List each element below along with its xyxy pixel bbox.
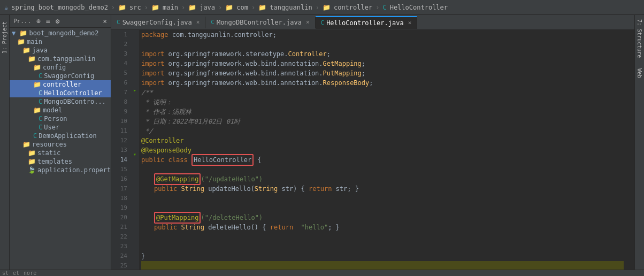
tab-label-hello: HelloController.java [326,19,404,27]
tree-label-model: model [43,106,62,114]
code-line-20: @PutMapping("/deleteHello") [141,213,624,223]
code-line-10: * 日期：2022年01月02日 01时 [141,117,624,126]
panel-icon-pr: Pr... [12,17,33,25]
title-ctrl-label: controller [334,4,372,11]
bottom-label-et: et [13,270,19,276]
tree-item-resources[interactable]: 📁 resources [10,140,111,149]
tab-icon-swagger: C [117,19,120,26]
title-tang-icon: 📁 [258,4,266,11]
code-line-23 [141,242,624,251]
code-line-11: */ [141,126,624,136]
code-line-22 [141,232,624,242]
folder-icon: ▼ 📁 [12,29,27,37]
title-main-label: main [163,4,178,11]
title-tang-label: tangguanlin [270,4,312,11]
tree-item-config[interactable]: 📁 config [10,63,111,72]
title-bar: ☕ spring_boot_mongodb_demo2 › 📁 src › 📁 … [0,0,644,15]
code-line-15 [141,165,624,174]
tree-item-demo[interactable]: C DemoApplication [10,132,111,140]
tree-label-swagger: SwaggerConfig [44,72,94,80]
tree-label-root: boot_mongodb_demo2 [29,29,98,37]
code-body[interactable]: package com.tangguanlin.controller; impo… [139,30,634,270]
code-line-4: import org.springframework.web.bind.anno… [141,59,624,68]
tree-item-com[interactable]: 📁 com.tangguanlin [10,55,111,63]
folder-icon-resources: 📁 [22,141,30,148]
tree-item-user[interactable]: C User [10,123,111,132]
title-java-icon: 📁 [188,4,196,11]
tree-label-demo: DemoApplication [39,132,96,140]
title-src: 📁 [118,4,126,11]
tab-close-hello[interactable]: × [408,19,412,26]
tree-item-hello[interactable]: C HelloController [10,89,111,97]
web-label[interactable]: Web [637,68,642,78]
code-line-5: import org.springframework.web.bind.anno… [141,68,624,78]
tree-item-appprops[interactable]: 🍃 application.properties [10,166,111,174]
tab-close-swagger[interactable]: × [196,19,200,26]
tab-icon-hello: C [321,19,325,26]
editor-content[interactable]: 1 2 3 4 5 6 7 8 9 10 11 12 13 14 15 16 1… [111,30,634,270]
tree-item-java[interactable]: 📁 java [10,46,111,55]
title-java-label: java [200,4,215,11]
tree-item-templates[interactable]: 📁 templates [10,157,111,166]
properties-icon-app: 🍃 [28,166,36,174]
tab-swagger[interactable]: C SwaggerConfig.java × [111,17,205,28]
class-icon-hello: C [39,89,42,97]
editor-area: C SwaggerConfig.java × C MongoDBControll… [111,15,634,270]
tree-label-com: com.tangguanlin [37,55,95,63]
tab-label-swagger: SwaggerConfig.java [122,19,192,26]
tree-item-swagger[interactable]: C SwaggerConfig [10,72,111,80]
settings-icon[interactable]: ⚙ [54,17,62,26]
close-panel-icon[interactable]: × [101,17,109,26]
tree-label-config: config [43,64,66,71]
structure-label[interactable]: 7: Structure [637,19,642,58]
folder-icon-ctrl: 📁 [33,81,41,88]
folder-icon-model: 📁 [33,106,41,114]
gutter: ▸ ▾ [131,30,139,270]
tree-item-static[interactable]: 📁 static [10,149,111,157]
tab-mongo[interactable]: C MongoDBController.java × [205,17,315,28]
class-icon-demo: C [33,132,37,140]
panel-toolbar: Pr... ⊕ ≡ ⚙ × [10,15,111,28]
folder-icon-static: 📁 [28,149,36,157]
code-line-1: package com.tangguanlin.controller; [141,30,624,40]
tab-hello[interactable]: C HelloController.java × [316,16,418,29]
tree-label-static: static [37,149,60,157]
code-line-14: public class HelloController { [141,155,624,165]
title-com-label: com [236,4,248,11]
title-com-icon: 📁 [225,4,233,11]
class-icon-swagger: C [39,72,42,80]
class-icon-person: C [39,115,42,122]
tree-item-main[interactable]: 📁 main [10,37,111,46]
code-line-3: import org.springframework.stereotype.Co… [141,49,624,59]
title-class-label: HelloController [390,4,448,11]
title-ctrl-icon: 📁 [323,4,331,11]
tree-label-controller: controller [43,81,81,88]
tree-item-controller[interactable]: 📁 controller [10,80,111,89]
tree-label-person: Person [44,115,67,122]
code-line-18 [141,194,624,203]
tab-label-mongo: MongoDBController.java [217,19,302,26]
tab-icon-mongo: C [211,19,214,26]
tree-item-root[interactable]: ▼ 📁 boot_mongodb_demo2 [10,29,111,37]
bottom-label-nore: nore [24,270,36,276]
project-panel-label[interactable]: 1: Project [2,21,7,53]
tree-item-person[interactable]: C Person [10,114,111,123]
project-tree: ▼ 📁 boot_mongodb_demo2 📁 main 📁 java 📁 c… [10,28,111,270]
class-icon-mongo: C [39,98,42,105]
title-src-label: src [129,4,141,11]
collapse-icon[interactable]: ≡ [44,17,52,26]
tab-close-mongo[interactable]: × [306,19,310,26]
refresh-icon[interactable]: ⊕ [35,17,42,26]
project-icon: ☕ [4,4,8,11]
tree-label-resources: resources [32,141,67,148]
tree-label-hello: HelloController [44,89,102,97]
class-icon-user: C [39,124,42,131]
bottom-bar: st et nore [0,270,644,276]
bottom-label-st: st [2,270,9,276]
tree-label-java: java [32,47,48,54]
code-line-7: /** [141,88,624,97]
code-line-19 [141,203,624,213]
code-line-12: @Controller [141,136,624,145]
tree-item-mongo[interactable]: C MongoDBContro... [10,97,111,106]
tree-item-model[interactable]: 📁 model [10,106,111,114]
